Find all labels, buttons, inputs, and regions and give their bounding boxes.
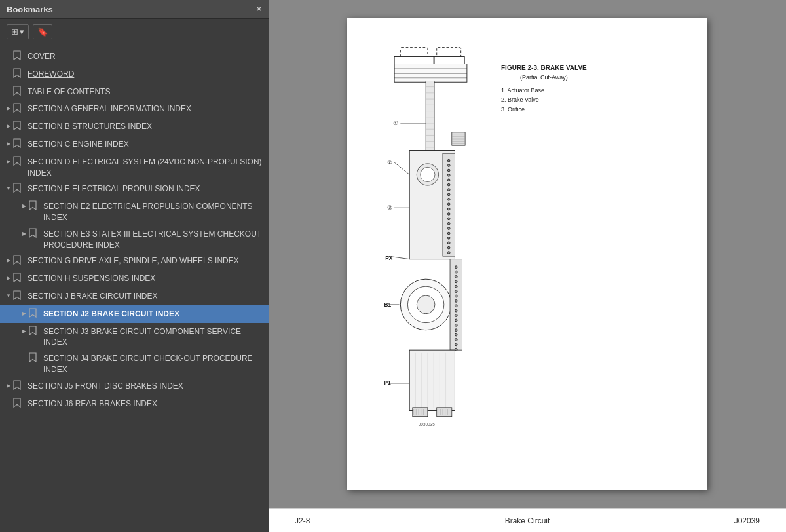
bookmark-label-sec-d: SECTION D ELECTRICAL SYSTEM (24VDC NON-P…: [28, 155, 265, 179]
chevron-right-icon[interactable]: [4, 120, 13, 130]
bookmark-item-sec-b[interactable]: SECTION B STRUCTURES INDEX: [0, 118, 269, 136]
bookmark-item-sec-j4[interactable]: SECTION J4 BRAKE CIRCUIT CHECK-OUT PROCE…: [0, 350, 269, 377]
svg-point-73: [455, 339, 457, 341]
svg-point-45: [447, 232, 450, 235]
sidebar-title: Bookmarks: [7, 5, 53, 14]
bookmark-item-sec-e[interactable]: SECTION E ELECTRICAL PROPULSION INDEX: [0, 180, 269, 198]
bookmark-label-sec-c: SECTION C ENGINE INDEX: [28, 138, 265, 150]
svg-point-71: [455, 329, 457, 332]
chevron-down-icon[interactable]: [4, 290, 13, 300]
svg-point-42: [447, 218, 450, 220]
bookmark-label-sec-g: SECTION G DRIVE AXLE, SPINDLE, AND WHEEL…: [28, 254, 265, 267]
chevron-right-icon[interactable]: [20, 200, 29, 210]
sidebar-toolbar: ⊞ ▾ 🔖: [0, 19, 269, 45]
chevron-down-icon: ▾: [20, 27, 24, 37]
chevron-right-icon[interactable]: [20, 325, 29, 335]
bookmark-item-sec-j6[interactable]: SECTION J6 REAR BRAKES INDEX: [0, 395, 269, 413]
bookmark-item-sec-j3[interactable]: SECTION J3 BRAKE CIRCUIT COMPONENT SERVI…: [0, 323, 269, 351]
legend-item: 2. Brake Valve: [501, 95, 587, 104]
svg-point-32: [447, 169, 450, 172]
bookmark-label-sec-e: SECTION E ELECTRICAL PROPULSION INDEX: [28, 182, 265, 195]
bookmark-item-sec-c[interactable]: SECTION C ENGINE INDEX: [0, 136, 269, 153]
chevron-right-icon[interactable]: [4, 254, 13, 265]
footer-section-name: Brake Circuit: [505, 516, 550, 525]
svg-line-51: [394, 162, 409, 174]
bookmark-item-sec-e2[interactable]: SECTION E2 ELECTRICAL PROPULSION COMPONE…: [0, 198, 269, 225]
svg-point-62: [455, 285, 457, 288]
bookmark-item-sec-j5[interactable]: SECTION J5 FRONT DISC BRAKES INDEX: [0, 377, 269, 395]
svg-point-39: [447, 203, 450, 206]
pdf-viewport: ① ② ③ PX B1 P1 T J030035 FIGURE 2-3. BRA…: [269, 0, 786, 508]
bookmark-ribbon-icon: [13, 102, 24, 116]
svg-point-38: [447, 198, 450, 200]
chevron-right-icon[interactable]: [20, 227, 29, 238]
legend-item: 1. Actuator Base: [501, 86, 587, 95]
bookmark-item-sec-h[interactable]: SECTION H SUSPENSIONS INDEX: [0, 270, 269, 288]
bookmark-ribbon-icon: [29, 307, 39, 321]
bookmark-ribbon-icon: [13, 290, 24, 303]
bookmark-icon-button[interactable]: 🔖: [33, 24, 52, 39]
bookmark-label-sec-e3: SECTION E3 STATEX III ELECTRICAL SYSTEM …: [43, 227, 265, 251]
chevron-right-icon[interactable]: [4, 102, 13, 113]
bookmark-ribbon-icon: [29, 325, 39, 339]
svg-point-65: [455, 300, 457, 303]
svg-point-34: [447, 179, 450, 181]
svg-point-74: [455, 343, 457, 346]
bookmark-item-sec-g[interactable]: SECTION G DRIVE AXLE, SPINDLE, AND WHEEL…: [0, 252, 269, 270]
chevron-down-icon[interactable]: [4, 182, 13, 193]
chevron-right-icon[interactable]: [20, 307, 29, 318]
bookmark-item-foreword[interactable]: FOREWORD: [0, 66, 269, 83]
svg-text:②: ②: [387, 159, 392, 166]
svg-text:①: ①: [393, 120, 398, 126]
expand-grid-icon: ⊞: [11, 27, 18, 37]
bookmark-label-toc: TABLE OF CONTENTS: [28, 85, 265, 98]
svg-text:P1: P1: [384, 379, 391, 386]
main-content: ① ② ③ PX B1 P1 T J030035 FIGURE 2-3. BRA…: [269, 0, 786, 532]
bookmark-label-sec-h: SECTION H SUSPENSIONS INDEX: [28, 272, 265, 284]
svg-text:T: T: [400, 309, 403, 315]
svg-text:③: ③: [387, 204, 392, 211]
svg-rect-85: [413, 408, 428, 417]
figure-title: FIGURE 2-3. BRAKE VALVE: [501, 64, 587, 71]
svg-point-67: [455, 309, 457, 312]
chevron-right-icon[interactable]: [4, 138, 13, 148]
bookmark-label-sec-a: SECTION A GENERAL INFORMATION INDEX: [28, 102, 265, 115]
bookmark-ribbon-icon: [13, 254, 24, 268]
svg-point-61: [455, 280, 457, 283]
bookmark-item-cover[interactable]: COVER: [0, 48, 269, 66]
svg-point-37: [447, 193, 450, 196]
bookmark-icon: 🔖: [37, 27, 48, 37]
bookmark-label-cover: COVER: [28, 50, 265, 62]
bookmark-label-sec-b: SECTION B STRUCTURES INDEX: [28, 120, 265, 132]
footer-doc-number: J02039: [707, 516, 760, 525]
chevron-right-icon[interactable]: [4, 272, 13, 282]
bookmark-ribbon-icon: [29, 352, 39, 366]
bookmark-item-sec-j[interactable]: SECTION J BRAKE CIRCUIT INDEX: [0, 288, 269, 305]
bookmark-item-sec-j2[interactable]: SECTION J2 BRAKE CIRCUIT INDEX: [0, 305, 269, 323]
bookmark-label-sec-j: SECTION J BRAKE CIRCUIT INDEX: [28, 290, 265, 302]
svg-point-36: [447, 189, 450, 191]
bookmark-item-sec-d[interactable]: SECTION D ELECTRICAL SYSTEM (24VDC NON-P…: [0, 153, 269, 181]
bookmark-ribbon-icon: [13, 272, 24, 286]
svg-point-41: [447, 213, 450, 216]
chevron-right-icon[interactable]: [4, 379, 13, 390]
bookmark-item-toc[interactable]: TABLE OF CONTENTS: [0, 83, 269, 101]
svg-point-48: [447, 246, 450, 249]
close-button[interactable]: ×: [256, 4, 262, 14]
bookmark-ribbon-icon: [29, 227, 39, 241]
bookmark-ribbon-icon: [13, 182, 24, 196]
svg-rect-77: [409, 350, 455, 410]
bookmark-item-sec-e3[interactable]: SECTION E3 STATEX III ELECTRICAL SYSTEM …: [0, 225, 269, 253]
svg-point-58: [455, 266, 457, 269]
svg-rect-4: [394, 64, 467, 83]
bookmark-label-sec-j5: SECTION J5 FRONT DISC BRAKES INDEX: [28, 379, 265, 392]
expand-all-button[interactable]: ⊞ ▾: [7, 24, 29, 39]
bookmark-label-foreword: FOREWORD: [28, 67, 265, 80]
bookmark-item-sec-a[interactable]: SECTION A GENERAL INFORMATION INDEX: [0, 100, 269, 118]
sidebar: Bookmarks × ⊞ ▾ 🔖 COVERFOREWORDTABLE OF …: [0, 0, 269, 532]
chevron-right-icon[interactable]: [4, 155, 13, 166]
svg-point-69: [455, 319, 457, 322]
bookmark-ribbon-icon: [13, 379, 24, 393]
svg-text:J030035: J030035: [419, 422, 435, 427]
bookmark-label-sec-j2: SECTION J2 BRAKE CIRCUIT INDEX: [43, 307, 265, 320]
